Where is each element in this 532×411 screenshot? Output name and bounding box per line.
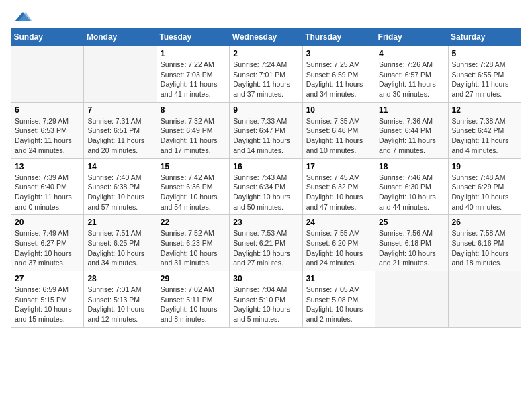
day-number: 28 [87,274,152,283]
col-tuesday: Tuesday [157,28,229,46]
table-row: 22Sunrise: 7:52 AM Sunset: 6:23 PM Dayli… [157,215,229,271]
day-info: Sunrise: 7:24 AM Sunset: 7:01 PM Dayligh… [233,60,290,98]
day-number: 16 [233,162,298,171]
table-row: 25Sunrise: 7:56 AM Sunset: 6:18 PM Dayli… [375,215,448,271]
day-info: Sunrise: 7:51 AM Sunset: 6:25 PM Dayligh… [87,229,144,267]
day-info: Sunrise: 7:39 AM Sunset: 6:40 PM Dayligh… [15,173,72,211]
day-info: Sunrise: 7:33 AM Sunset: 6:47 PM Dayligh… [233,117,290,154]
day-number: 9 [233,105,298,115]
day-info: Sunrise: 7:35 AM Sunset: 6:46 PM Dayligh… [306,117,363,154]
day-info: Sunrise: 7:36 AM Sunset: 6:44 PM Dayligh… [379,117,436,154]
table-row [448,271,521,328]
calendar-table: Sunday Monday Tuesday Wednesday Thursday… [11,28,521,328]
day-info: Sunrise: 6:59 AM Sunset: 5:15 PM Dayligh… [15,285,72,323]
day-info: Sunrise: 7:26 AM Sunset: 6:57 PM Dayligh… [379,60,436,98]
day-number: 23 [233,218,298,227]
day-info: Sunrise: 7:32 AM Sunset: 6:49 PM Dayligh… [161,117,218,154]
day-number: 13 [15,162,80,171]
table-row: 1Sunrise: 7:22 AM Sunset: 7:03 PM Daylig… [157,46,229,103]
day-number: 10 [306,105,371,115]
day-info: Sunrise: 7:25 AM Sunset: 6:59 PM Dayligh… [306,60,363,98]
table-row: 29Sunrise: 7:02 AM Sunset: 5:11 PM Dayli… [157,271,229,328]
day-info: Sunrise: 7:02 AM Sunset: 5:11 PM Dayligh… [161,285,218,323]
day-number: 1 [161,49,226,58]
col-wednesday: Wednesday [230,28,302,46]
day-number: 2 [233,49,298,58]
day-info: Sunrise: 7:45 AM Sunset: 6:32 PM Dayligh… [306,173,363,211]
col-friday: Friday [375,28,448,46]
col-sunday: Sunday [11,28,84,46]
day-info: Sunrise: 7:53 AM Sunset: 6:21 PM Dayligh… [233,229,290,267]
day-info: Sunrise: 7:46 AM Sunset: 6:30 PM Dayligh… [379,173,436,211]
table-row: 26Sunrise: 7:58 AM Sunset: 6:16 PM Dayli… [448,215,521,271]
table-row: 11Sunrise: 7:36 AM Sunset: 6:44 PM Dayli… [375,102,448,158]
day-info: Sunrise: 7:38 AM Sunset: 6:42 PM Dayligh… [452,117,509,154]
day-info: Sunrise: 7:49 AM Sunset: 6:27 PM Dayligh… [15,229,72,267]
col-thursday: Thursday [302,28,375,46]
day-number: 18 [379,162,444,171]
day-info: Sunrise: 7:55 AM Sunset: 6:20 PM Dayligh… [306,229,363,267]
table-row: 23Sunrise: 7:53 AM Sunset: 6:21 PM Dayli… [230,215,302,271]
table-row: 4Sunrise: 7:26 AM Sunset: 6:57 PM Daylig… [375,46,448,103]
table-row: 28Sunrise: 7:01 AM Sunset: 5:13 PM Dayli… [84,271,157,328]
table-row [84,46,157,103]
day-number: 14 [87,162,152,171]
day-number: 21 [87,218,152,227]
day-number: 30 [233,274,298,283]
day-number: 7 [87,105,152,115]
day-number: 5 [452,49,517,58]
day-info: Sunrise: 7:31 AM Sunset: 6:51 PM Dayligh… [87,117,144,154]
col-saturday: Saturday [448,28,521,46]
calendar-week-row: 27Sunrise: 6:59 AM Sunset: 5:15 PM Dayli… [11,271,521,328]
day-number: 22 [161,218,226,227]
day-info: Sunrise: 7:04 AM Sunset: 5:10 PM Dayligh… [233,285,290,323]
table-row: 13Sunrise: 7:39 AM Sunset: 6:40 PM Dayli… [11,158,84,215]
day-info: Sunrise: 7:28 AM Sunset: 6:55 PM Dayligh… [452,60,509,98]
day-info: Sunrise: 7:01 AM Sunset: 5:13 PM Dayligh… [87,285,144,323]
table-row: 19Sunrise: 7:48 AM Sunset: 6:29 PM Dayli… [448,158,521,215]
table-row: 24Sunrise: 7:55 AM Sunset: 6:20 PM Dayli… [302,215,375,271]
calendar-header-row: Sunday Monday Tuesday Wednesday Thursday… [11,28,521,46]
day-number: 11 [379,105,444,115]
day-number: 24 [306,218,371,227]
day-number: 25 [379,218,444,227]
table-row: 16Sunrise: 7:43 AM Sunset: 6:34 PM Dayli… [230,158,302,215]
day-info: Sunrise: 7:56 AM Sunset: 6:18 PM Dayligh… [379,229,436,267]
table-row: 14Sunrise: 7:40 AM Sunset: 6:38 PM Dayli… [84,158,157,215]
table-row: 15Sunrise: 7:42 AM Sunset: 6:36 PM Dayli… [157,158,229,215]
day-number: 26 [452,218,517,227]
day-number: 12 [452,105,517,115]
day-info: Sunrise: 7:48 AM Sunset: 6:29 PM Dayligh… [452,173,509,211]
day-number: 8 [161,105,226,115]
table-row: 18Sunrise: 7:46 AM Sunset: 6:30 PM Dayli… [375,158,448,215]
table-row: 8Sunrise: 7:32 AM Sunset: 6:49 PM Daylig… [157,102,229,158]
table-row: 7Sunrise: 7:31 AM Sunset: 6:51 PM Daylig… [84,102,157,158]
table-row: 27Sunrise: 6:59 AM Sunset: 5:15 PM Dayli… [11,271,84,328]
table-row: 21Sunrise: 7:51 AM Sunset: 6:25 PM Dayli… [84,215,157,271]
logo-icon [13,11,32,23]
day-info: Sunrise: 7:40 AM Sunset: 6:38 PM Dayligh… [87,173,144,211]
table-row: 20Sunrise: 7:49 AM Sunset: 6:27 PM Dayli… [11,215,84,271]
day-number: 6 [15,105,80,115]
calendar-week-row: 1Sunrise: 7:22 AM Sunset: 7:03 PM Daylig… [11,46,521,103]
table-row: 10Sunrise: 7:35 AM Sunset: 6:46 PM Dayli… [302,102,375,158]
day-info: Sunrise: 7:58 AM Sunset: 6:16 PM Dayligh… [452,229,509,267]
day-info: Sunrise: 7:52 AM Sunset: 6:23 PM Dayligh… [161,229,218,267]
day-info: Sunrise: 7:05 AM Sunset: 5:08 PM Dayligh… [306,285,363,323]
day-info: Sunrise: 7:22 AM Sunset: 7:03 PM Dayligh… [161,60,218,98]
day-number: 19 [452,162,517,171]
table-row: 31Sunrise: 7:05 AM Sunset: 5:08 PM Dayli… [302,271,375,328]
table-row: 12Sunrise: 7:38 AM Sunset: 6:42 PM Dayli… [448,102,521,158]
table-row: 5Sunrise: 7:28 AM Sunset: 6:55 PM Daylig… [448,46,521,103]
col-monday: Monday [84,28,157,46]
calendar-week-row: 13Sunrise: 7:39 AM Sunset: 6:40 PM Dayli… [11,158,521,215]
page-header [11,11,521,23]
day-info: Sunrise: 7:43 AM Sunset: 6:34 PM Dayligh… [233,173,290,211]
logo [11,11,32,23]
table-row: 6Sunrise: 7:29 AM Sunset: 6:53 PM Daylig… [11,102,84,158]
table-row: 30Sunrise: 7:04 AM Sunset: 5:10 PM Dayli… [230,271,302,328]
day-info: Sunrise: 7:42 AM Sunset: 6:36 PM Dayligh… [161,173,218,211]
day-number: 27 [15,274,80,283]
day-number: 20 [15,218,80,227]
day-number: 3 [306,49,371,58]
